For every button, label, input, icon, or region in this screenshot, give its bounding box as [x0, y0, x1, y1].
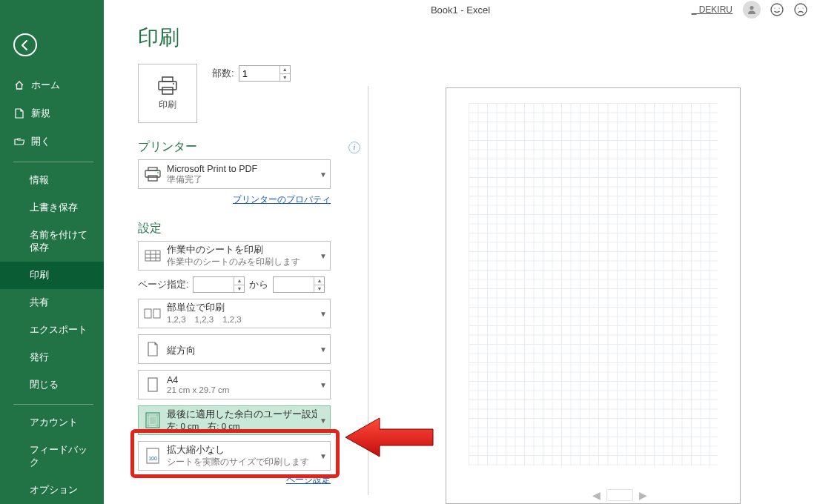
back-button[interactable]: [13, 33, 37, 56]
backstage-sidebar: ホーム 新規 開く 情報 上書き保存 名前を付けて保存 印刷 共有 エクスポート…: [0, 0, 104, 504]
sidebar-separator: [13, 404, 93, 405]
svg-point-1: [771, 4, 783, 16]
printer-properties-link[interactable]: プリンターのプロパティ: [233, 194, 331, 205]
page-to-input[interactable]: [274, 277, 314, 292]
printer-status: 準備完了: [167, 174, 317, 185]
print-settings-panel: 印刷 印刷 部数:: [104, 19, 368, 504]
sidebar-label: 新規: [31, 107, 50, 120]
sidebar-item-saveas[interactable]: 名前を付けて保存: [0, 222, 104, 262]
margins-dropdown[interactable]: 最後に適用した余白のユーザー設定 左: 0 cm 右: 0 cm ▼: [138, 405, 331, 435]
pages-label: ページ指定:: [138, 279, 188, 291]
open-icon: [13, 136, 25, 147]
svg-point-3: [778, 7, 779, 8]
page-from-spinner[interactable]: ▲▼: [193, 276, 245, 293]
chevron-down-icon: ▼: [317, 345, 330, 354]
scaling-icon: 100: [139, 448, 167, 464]
sidebar-item-open[interactable]: 開く: [0, 127, 104, 156]
page-setup-link[interactable]: ページ設定: [286, 474, 331, 485]
page-from-input[interactable]: [194, 277, 234, 292]
home-icon: [13, 79, 25, 91]
printer-dropdown[interactable]: Microsoft Print to PDF 準備完了 ▼: [138, 159, 331, 189]
chevron-down-icon: ▼: [317, 252, 330, 260]
sidebar-label: 開く: [31, 135, 50, 148]
svg-rect-13: [148, 176, 157, 181]
svg-rect-17: [153, 309, 160, 318]
print-button-label: 印刷: [159, 99, 176, 111]
account-name[interactable]: _ DEKIRU: [692, 4, 732, 15]
frown-icon[interactable]: [793, 2, 808, 17]
chevron-down-icon: ▼: [317, 452, 330, 460]
prev-page-icon[interactable]: ◀: [589, 489, 603, 501]
spin-up-icon[interactable]: ▲: [234, 277, 244, 285]
printer-section-head: プリンター i: [138, 139, 368, 155]
sidebar-item-publish[interactable]: 発行: [0, 344, 104, 371]
svg-rect-20: [150, 417, 156, 424]
page-title: 印刷: [138, 24, 368, 52]
svg-point-5: [798, 7, 798, 8]
chevron-down-icon: ▼: [317, 310, 330, 318]
sidebar-item-share[interactable]: 共有: [0, 289, 104, 316]
copies-input[interactable]: [239, 66, 280, 81]
spin-down-icon[interactable]: ▼: [234, 285, 244, 293]
scaling-dropdown[interactable]: 100 拡大縮小なし シートを実際のサイズで印刷します ▼: [138, 441, 331, 471]
svg-rect-8: [159, 82, 176, 90]
orientation-portrait-icon: [139, 342, 167, 357]
chevron-down-icon: ▼: [317, 417, 330, 425]
preview-grid: [469, 103, 718, 466]
pages-to-label: から: [249, 279, 268, 291]
print-button[interactable]: 印刷: [138, 64, 197, 123]
spin-up-icon[interactable]: ▲: [314, 277, 324, 285]
printer-name: Microsoft Print to PDF: [167, 164, 317, 174]
copies-label: 部数:: [212, 65, 234, 80]
margins-icon: [139, 412, 167, 428]
document-title: Book1 - Excel: [431, 4, 490, 16]
svg-rect-9: [162, 87, 173, 94]
page-to-spinner[interactable]: ▲▼: [273, 276, 325, 293]
sidebar-item-feedback[interactable]: フィードバック: [0, 437, 104, 477]
new-icon: [13, 107, 25, 119]
printer-info-icon[interactable]: i: [348, 142, 360, 153]
svg-point-4: [795, 4, 807, 16]
sidebar-separator: [13, 162, 93, 162]
svg-point-10: [173, 83, 174, 84]
svg-rect-7: [162, 77, 173, 82]
sidebar-item-print[interactable]: 印刷: [0, 262, 104, 289]
svg-rect-16: [145, 309, 151, 318]
sidebar-item-close[interactable]: 閉じる: [0, 371, 104, 399]
print-what-dropdown[interactable]: 作業中のシートを印刷 作業中のシートのみを印刷します ▼: [138, 241, 331, 271]
collate-dropdown[interactable]: 部単位で印刷 1,2,3 1,2,3 1,2,3 ▼: [138, 299, 331, 328]
svg-point-6: [802, 7, 803, 8]
sidebar-item-new[interactable]: 新規: [0, 99, 104, 127]
spin-down-icon[interactable]: ▼: [314, 285, 324, 293]
svg-point-0: [750, 6, 753, 10]
copies-spinner[interactable]: ▲▼: [239, 65, 291, 82]
collate-icon: [139, 308, 167, 319]
orientation-dropdown[interactable]: 縦方向 ▼: [138, 334, 331, 364]
page-number-box[interactable]: [606, 489, 633, 501]
svg-point-2: [774, 7, 775, 8]
paper-size-dropdown[interactable]: A4 21 cm x 29.7 cm ▼: [138, 370, 331, 399]
sheet-grid-icon: [139, 250, 167, 262]
chevron-down-icon: ▼: [317, 381, 330, 389]
sidebar-item-account[interactable]: アカウント: [0, 409, 104, 437]
sidebar-item-save[interactable]: 上書き保存: [0, 194, 104, 222]
sidebar-item-info[interactable]: 情報: [0, 167, 104, 194]
avatar-icon[interactable]: [743, 1, 761, 19]
sidebar-item-home[interactable]: ホーム: [0, 71, 104, 99]
titlebar: Book1 - Excel _ DEKIRU: [104, 0, 817, 19]
next-page-icon[interactable]: ▶: [636, 489, 650, 501]
preview-page: [446, 87, 741, 504]
spin-down-icon[interactable]: ▼: [280, 73, 290, 82]
svg-rect-18: [148, 378, 157, 391]
svg-text:100: 100: [148, 456, 157, 461]
page-icon: [139, 377, 167, 392]
smile-icon[interactable]: [770, 2, 784, 17]
printer-icon: [139, 167, 167, 182]
spin-up-icon[interactable]: ▲: [280, 66, 290, 73]
sidebar-label: ホーム: [31, 79, 60, 92]
chevron-down-icon: ▼: [317, 170, 330, 179]
preview-page-nav: ◀ ▶: [589, 489, 650, 501]
page-range-row: ページ指定: ▲▼ から ▲▼: [138, 276, 331, 293]
sidebar-item-export[interactable]: エクスポート: [0, 316, 104, 344]
sidebar-item-options[interactable]: オプション: [0, 477, 104, 504]
